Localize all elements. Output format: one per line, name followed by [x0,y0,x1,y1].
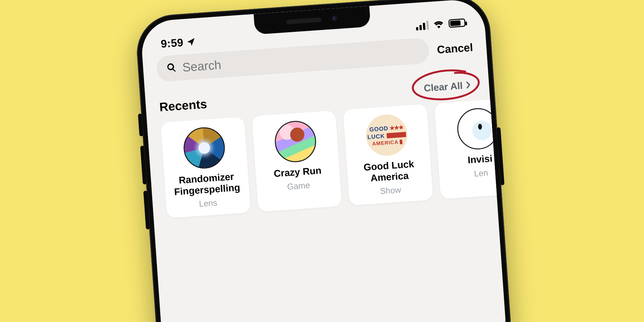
card-thumbnail: GOOD★★★ LUCK AMERICA [365,113,409,157]
recents-cards[interactable]: Randomizer Fingerspelling Lens Crazy Run… [160,100,483,218]
phone-speaker [286,17,322,24]
card-thumbnail [182,126,226,170]
status-time: 9:59 [160,36,184,50]
card-title: Good Luck America [351,158,427,185]
recents-card[interactable]: Randomizer Fingerspelling Lens [160,117,251,218]
phone-volume-down [143,191,150,230]
cancel-button[interactable]: Cancel [437,41,473,56]
search-icon [166,62,177,74]
chevron-right-icon [465,80,471,91]
phone-volume-up [140,146,147,185]
recents-card[interactable]: GOOD★★★ LUCK AMERICA Good Luck America S… [343,104,433,205]
clear-all-button[interactable]: Clear All [421,78,474,96]
card-title: Crazy Run [273,165,322,179]
card-subtitle: Lens [199,198,217,209]
recents-card[interactable]: Crazy Run Game [252,110,342,212]
card-thumbnail [456,107,500,151]
clear-all-label: Clear All [423,80,463,94]
phone-screen: 9:59 [140,0,508,322]
card-title: Randomizer Fingerspelling [169,170,245,198]
phone-front-camera [331,15,338,22]
battery-icon [448,18,466,28]
phone-mockup-stage: 9:59 [131,0,513,322]
location-arrow-icon [186,37,196,47]
card-thumbnail [273,119,317,164]
phone-frame: 9:59 [134,0,513,322]
wifi-icon [433,20,444,29]
card-subtitle: Show [380,185,401,196]
card-title: Invisi [467,153,493,166]
cellular-signal-icon [415,21,429,31]
good-luck-america-logo: GOOD★★★ LUCK AMERICA [365,113,409,157]
phone-side-button [138,114,143,137]
card-subtitle: Len [474,168,488,179]
card-subtitle: Game [287,180,310,192]
phone-power-button [497,127,505,185]
recents-card[interactable]: Invisi Len [434,98,507,199]
recents-title: Recents [159,97,207,114]
